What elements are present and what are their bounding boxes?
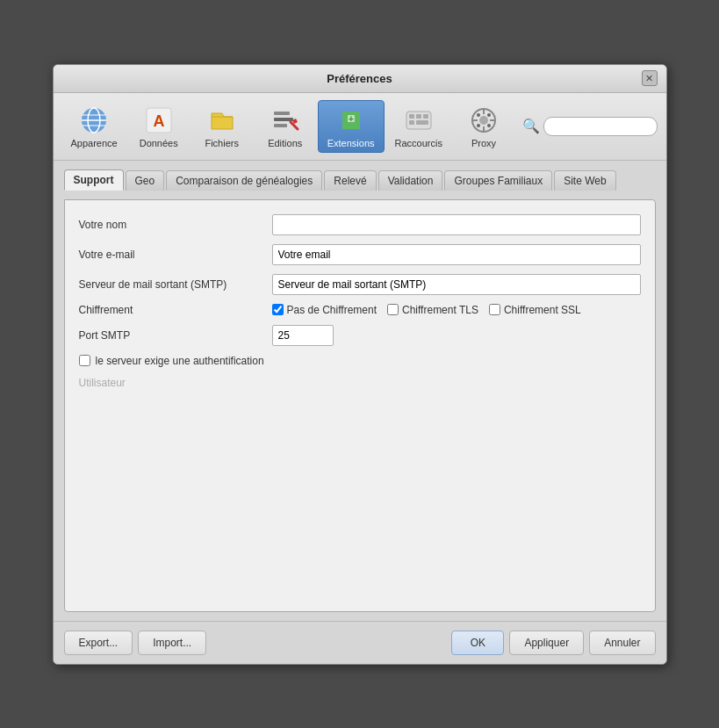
- svg-point-32: [477, 124, 480, 127]
- pas-chiffrement-option[interactable]: Pas de Chiffrement: [272, 304, 377, 316]
- form-row-email: Votre e-mail: [79, 244, 641, 265]
- footer: Export... Import... OK Appliquer Annuler: [54, 621, 666, 664]
- search-input[interactable]: [543, 117, 658, 136]
- toolbar-label-extensions: Extensions: [327, 138, 375, 148]
- donnees-icon: A: [143, 105, 175, 136]
- annuler-button[interactable]: Annuler: [589, 631, 655, 655]
- svg-rect-22: [409, 120, 414, 125]
- tab-siteweb[interactable]: Site Web: [554, 170, 615, 191]
- svg-text:A: A: [153, 112, 164, 130]
- form-row-smtp: Serveur de mail sortant (SMTP): [79, 274, 641, 295]
- utilisateur-label: Utilisateur: [79, 377, 126, 389]
- svg-point-33: [487, 124, 491, 127]
- form-row-chiffrement: Chiffrement Pas de Chiffrement Chiffreme…: [79, 304, 641, 316]
- svg-text:+: +: [349, 114, 354, 124]
- proxy-icon: [468, 105, 500, 136]
- search-area: 🔍: [522, 117, 658, 136]
- chiffrement-tls-option[interactable]: Chiffrement TLS: [387, 304, 478, 316]
- form-row-auth: le serveur exige une authentification: [79, 355, 641, 367]
- tab-validation[interactable]: Validation: [378, 170, 443, 191]
- svg-rect-8: [274, 118, 293, 121]
- search-icon: 🔍: [522, 118, 540, 134]
- chiffrement-ssl-option[interactable]: Chiffrement SSL: [489, 304, 581, 316]
- auth-label: le serveur exige une authentification: [96, 355, 264, 367]
- tab-comparaison[interactable]: Comparaison de généalogies: [166, 170, 322, 191]
- svg-rect-20: [416, 114, 421, 119]
- support-panel: Votre nom Votre e-mail Serveur de mail s…: [64, 199, 656, 612]
- svg-rect-23: [416, 120, 428, 125]
- utilisateur-section: Utilisateur: [79, 376, 641, 389]
- chiffrement-tls-checkbox[interactable]: [387, 304, 399, 315]
- svg-point-30: [477, 113, 480, 117]
- chiffrement-label: Chiffrement: [79, 304, 272, 316]
- form-row-nom: Votre nom: [79, 214, 641, 235]
- auth-option[interactable]: le serveur exige une authentification: [79, 355, 264, 367]
- apparence-icon: [78, 105, 110, 136]
- footer-right: OK Appliquer Annuler: [451, 631, 655, 655]
- auth-checkbox[interactable]: [79, 355, 90, 366]
- tab-groupes[interactable]: Groupes Familiaux: [444, 170, 552, 191]
- preferences-window: Préférences ✕ Apparence: [53, 64, 667, 665]
- smtp-input[interactable]: [272, 274, 641, 295]
- toolbar-items: Apparence A Données: [62, 100, 522, 153]
- toolbar-label-raccourcis: Raccourcis: [395, 138, 442, 148]
- toolbar-label-fichiers: Fichiers: [205, 138, 239, 148]
- toolbar-label-donnees: Données: [140, 138, 178, 148]
- toolbar-label-proxy: Proxy: [471, 138, 496, 148]
- pas-chiffrement-label: Pas de Chiffrement: [287, 304, 377, 316]
- import-button[interactable]: Import...: [138, 631, 206, 655]
- form-row-port: Port SMTP: [79, 325, 641, 346]
- svg-rect-19: [409, 114, 414, 119]
- votre-nom-label: Votre nom: [79, 219, 272, 231]
- toolbar-item-proxy[interactable]: Proxy: [453, 101, 514, 152]
- tab-geo[interactable]: Geo: [126, 170, 165, 191]
- chiffrement-tls-label: Chiffrement TLS: [402, 304, 478, 316]
- ok-button[interactable]: OK: [451, 631, 504, 655]
- appliquer-button[interactable]: Appliquer: [509, 631, 584, 655]
- tab-releve[interactable]: Relevé: [324, 170, 376, 191]
- export-button[interactable]: Export...: [64, 631, 133, 655]
- editions-icon: [270, 105, 301, 136]
- extensions-icon: +: [335, 105, 367, 136]
- content-area: Support Geo Comparaison de généalogies R…: [54, 161, 666, 621]
- svg-rect-7: [274, 112, 290, 115]
- raccourcis-icon: [403, 105, 435, 136]
- toolbar-label-editions: Editions: [268, 138, 302, 148]
- chiffrement-ssl-checkbox[interactable]: [489, 304, 500, 315]
- toolbar: Apparence A Données: [54, 93, 666, 161]
- pas-chiffrement-checkbox[interactable]: [272, 304, 284, 315]
- tabs-bar: Support Geo Comparaison de généalogies R…: [64, 169, 656, 191]
- svg-rect-21: [423, 114, 428, 119]
- toolbar-item-raccourcis[interactable]: Raccourcis: [386, 101, 451, 152]
- svg-rect-9: [274, 124, 287, 127]
- chiffrement-ssl-label: Chiffrement SSL: [504, 304, 581, 316]
- smtp-label: Serveur de mail sortant (SMTP): [79, 278, 272, 291]
- toolbar-item-extensions[interactable]: + Extensions: [318, 100, 385, 153]
- tab-support[interactable]: Support: [64, 169, 124, 191]
- port-smtp-input[interactable]: [272, 325, 334, 346]
- toolbar-item-apparence[interactable]: Apparence: [62, 101, 126, 152]
- votre-nom-input[interactable]: [272, 214, 641, 235]
- footer-left: Export... Import...: [64, 631, 207, 655]
- fichiers-icon: [206, 105, 238, 136]
- toolbar-label-apparence: Apparence: [71, 138, 118, 148]
- toolbar-item-fichiers[interactable]: Fichiers: [191, 101, 253, 152]
- svg-point-31: [487, 113, 491, 117]
- close-button[interactable]: ✕: [642, 70, 658, 86]
- votre-email-label: Votre e-mail: [79, 249, 272, 261]
- titlebar: Préférences ✕: [54, 65, 666, 93]
- votre-email-input[interactable]: [272, 244, 641, 265]
- toolbar-item-editions[interactable]: Editions: [255, 101, 316, 152]
- window-title: Préférences: [327, 72, 392, 85]
- port-smtp-label: Port SMTP: [79, 329, 272, 342]
- chiffrement-group: Pas de Chiffrement Chiffrement TLS Chiff…: [272, 304, 581, 316]
- svg-point-25: [479, 116, 488, 125]
- toolbar-item-donnees[interactable]: A Données: [128, 101, 190, 152]
